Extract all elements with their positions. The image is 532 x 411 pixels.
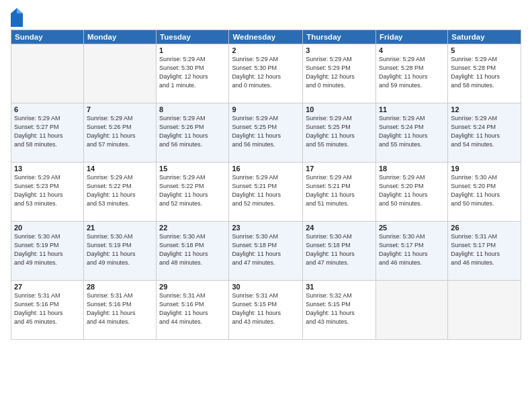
day-info: Sunrise: 5:31 AM Sunset: 5:15 PM Dayligh… bbox=[232, 291, 300, 326]
day-info: Sunrise: 5:30 AM Sunset: 5:18 PM Dayligh… bbox=[232, 232, 300, 267]
day-info: Sunrise: 5:29 AM Sunset: 5:26 PM Dayligh… bbox=[87, 114, 153, 149]
day-number: 13 bbox=[14, 165, 81, 173]
day-info: Sunrise: 5:29 AM Sunset: 5:22 PM Dayligh… bbox=[159, 173, 226, 208]
calendar-cell bbox=[83, 44, 156, 103]
calendar-cell: 25Sunrise: 5:30 AM Sunset: 5:17 PM Dayli… bbox=[375, 222, 447, 281]
calendar-cell bbox=[11, 44, 84, 103]
day-info: Sunrise: 5:29 AM Sunset: 5:27 PM Dayligh… bbox=[14, 114, 81, 149]
day-info: Sunrise: 5:29 AM Sunset: 5:21 PM Dayligh… bbox=[232, 173, 300, 208]
day-info: Sunrise: 5:30 AM Sunset: 5:18 PM Dayligh… bbox=[159, 232, 226, 267]
calendar-cell: 22Sunrise: 5:30 AM Sunset: 5:18 PM Dayli… bbox=[157, 222, 229, 281]
calendar-cell: 16Sunrise: 5:29 AM Sunset: 5:21 PM Dayli… bbox=[229, 163, 303, 222]
day-number: 8 bbox=[159, 105, 226, 113]
calendar-cell bbox=[448, 281, 521, 340]
day-number: 5 bbox=[451, 46, 518, 54]
calendar-cell: 17Sunrise: 5:29 AM Sunset: 5:21 PM Dayli… bbox=[303, 163, 376, 222]
logo-icon bbox=[11, 8, 23, 27]
calendar-cell: 30Sunrise: 5:31 AM Sunset: 5:15 PM Dayli… bbox=[229, 281, 303, 340]
day-number: 11 bbox=[379, 105, 445, 113]
day-info: Sunrise: 5:29 AM Sunset: 5:30 PM Dayligh… bbox=[159, 55, 226, 90]
calendar: SundayMondayTuesdayWednesdayThursdayFrid… bbox=[11, 30, 521, 340]
day-info: Sunrise: 5:30 AM Sunset: 5:19 PM Dayligh… bbox=[87, 232, 153, 267]
day-info: Sunrise: 5:29 AM Sunset: 5:25 PM Dayligh… bbox=[232, 114, 300, 149]
calendar-cell: 12Sunrise: 5:29 AM Sunset: 5:24 PM Dayli… bbox=[448, 103, 521, 163]
calendar-cell: 21Sunrise: 5:30 AM Sunset: 5:19 PM Dayli… bbox=[83, 222, 156, 281]
calendar-cell: 11Sunrise: 5:29 AM Sunset: 5:24 PM Dayli… bbox=[375, 103, 447, 163]
day-number: 14 bbox=[87, 165, 153, 173]
day-info: Sunrise: 5:29 AM Sunset: 5:25 PM Dayligh… bbox=[306, 114, 373, 149]
day-number: 20 bbox=[14, 224, 81, 232]
day-info: Sunrise: 5:29 AM Sunset: 5:21 PM Dayligh… bbox=[306, 173, 373, 208]
calendar-week-row: 27Sunrise: 5:31 AM Sunset: 5:16 PM Dayli… bbox=[11, 281, 521, 340]
day-info: Sunrise: 5:29 AM Sunset: 5:26 PM Dayligh… bbox=[159, 114, 226, 149]
day-number: 18 bbox=[379, 165, 445, 173]
day-info: Sunrise: 5:29 AM Sunset: 5:28 PM Dayligh… bbox=[451, 55, 518, 90]
day-number: 25 bbox=[379, 224, 445, 232]
day-number: 1 bbox=[159, 46, 226, 54]
calendar-cell: 19Sunrise: 5:30 AM Sunset: 5:20 PM Dayli… bbox=[448, 163, 521, 222]
weekday-header-row: SundayMondayTuesdayWednesdayThursdayFrid… bbox=[11, 30, 521, 44]
day-number: 16 bbox=[232, 165, 300, 173]
day-number: 22 bbox=[159, 224, 226, 232]
calendar-cell: 29Sunrise: 5:31 AM Sunset: 5:16 PM Dayli… bbox=[157, 281, 229, 340]
day-number: 21 bbox=[87, 224, 153, 232]
calendar-cell: 1Sunrise: 5:29 AM Sunset: 5:30 PM Daylig… bbox=[157, 44, 229, 103]
day-number: 12 bbox=[451, 105, 518, 113]
calendar-cell: 23Sunrise: 5:30 AM Sunset: 5:18 PM Dayli… bbox=[229, 222, 303, 281]
weekday-header: Sunday bbox=[11, 30, 84, 44]
day-info: Sunrise: 5:29 AM Sunset: 5:20 PM Dayligh… bbox=[379, 173, 445, 208]
calendar-week-row: 1Sunrise: 5:29 AM Sunset: 5:30 PM Daylig… bbox=[11, 44, 521, 103]
weekday-header: Monday bbox=[83, 30, 156, 44]
day-number: 17 bbox=[306, 165, 373, 173]
weekday-header: Tuesday bbox=[157, 30, 229, 44]
day-number: 27 bbox=[14, 283, 81, 291]
day-info: Sunrise: 5:30 AM Sunset: 5:19 PM Dayligh… bbox=[14, 232, 81, 267]
calendar-cell: 27Sunrise: 5:31 AM Sunset: 5:16 PM Dayli… bbox=[11, 281, 84, 340]
weekday-header: Saturday bbox=[448, 30, 521, 44]
day-number: 23 bbox=[232, 224, 300, 232]
day-info: Sunrise: 5:31 AM Sunset: 5:16 PM Dayligh… bbox=[14, 291, 81, 326]
day-number: 31 bbox=[306, 283, 373, 291]
day-info: Sunrise: 5:29 AM Sunset: 5:30 PM Dayligh… bbox=[232, 55, 300, 90]
calendar-week-row: 13Sunrise: 5:29 AM Sunset: 5:23 PM Dayli… bbox=[11, 163, 521, 222]
calendar-cell: 10Sunrise: 5:29 AM Sunset: 5:25 PM Dayli… bbox=[303, 103, 376, 163]
svg-marker-1 bbox=[17, 8, 23, 13]
calendar-cell: 18Sunrise: 5:29 AM Sunset: 5:20 PM Dayli… bbox=[375, 163, 447, 222]
day-number: 2 bbox=[232, 46, 300, 54]
calendar-week-row: 20Sunrise: 5:30 AM Sunset: 5:19 PM Dayli… bbox=[11, 222, 521, 281]
day-info: Sunrise: 5:30 AM Sunset: 5:20 PM Dayligh… bbox=[451, 173, 518, 208]
calendar-cell: 28Sunrise: 5:31 AM Sunset: 5:16 PM Dayli… bbox=[83, 281, 156, 340]
day-info: Sunrise: 5:29 AM Sunset: 5:29 PM Dayligh… bbox=[306, 55, 373, 90]
day-info: Sunrise: 5:31 AM Sunset: 5:16 PM Dayligh… bbox=[87, 291, 153, 326]
day-number: 19 bbox=[451, 165, 518, 173]
day-info: Sunrise: 5:29 AM Sunset: 5:23 PM Dayligh… bbox=[14, 173, 81, 208]
day-number: 28 bbox=[87, 283, 153, 291]
day-info: Sunrise: 5:30 AM Sunset: 5:18 PM Dayligh… bbox=[306, 232, 373, 267]
calendar-cell: 7Sunrise: 5:29 AM Sunset: 5:26 PM Daylig… bbox=[83, 103, 156, 163]
calendar-cell: 4Sunrise: 5:29 AM Sunset: 5:28 PM Daylig… bbox=[375, 44, 447, 103]
calendar-cell: 6Sunrise: 5:29 AM Sunset: 5:27 PM Daylig… bbox=[11, 103, 84, 163]
day-number: 10 bbox=[306, 105, 373, 113]
calendar-cell: 31Sunrise: 5:32 AM Sunset: 5:15 PM Dayli… bbox=[303, 281, 376, 340]
calendar-cell: 15Sunrise: 5:29 AM Sunset: 5:22 PM Dayli… bbox=[157, 163, 229, 222]
day-number: 7 bbox=[87, 105, 153, 113]
day-number: 24 bbox=[306, 224, 373, 232]
day-info: Sunrise: 5:29 AM Sunset: 5:24 PM Dayligh… bbox=[451, 114, 518, 149]
calendar-cell: 3Sunrise: 5:29 AM Sunset: 5:29 PM Daylig… bbox=[303, 44, 376, 103]
calendar-cell: 13Sunrise: 5:29 AM Sunset: 5:23 PM Dayli… bbox=[11, 163, 84, 222]
calendar-cell: 8Sunrise: 5:29 AM Sunset: 5:26 PM Daylig… bbox=[157, 103, 229, 163]
day-number: 29 bbox=[159, 283, 226, 291]
calendar-cell: 24Sunrise: 5:30 AM Sunset: 5:18 PM Dayli… bbox=[303, 222, 376, 281]
day-number: 3 bbox=[306, 46, 373, 54]
day-number: 15 bbox=[159, 165, 226, 173]
day-info: Sunrise: 5:29 AM Sunset: 5:28 PM Dayligh… bbox=[379, 55, 445, 90]
day-number: 26 bbox=[451, 224, 518, 232]
day-info: Sunrise: 5:29 AM Sunset: 5:24 PM Dayligh… bbox=[379, 114, 445, 149]
day-info: Sunrise: 5:32 AM Sunset: 5:15 PM Dayligh… bbox=[306, 291, 373, 326]
calendar-cell: 26Sunrise: 5:31 AM Sunset: 5:17 PM Dayli… bbox=[448, 222, 521, 281]
weekday-header: Wednesday bbox=[229, 30, 303, 44]
header bbox=[11, 8, 521, 27]
page: SundayMondayTuesdayWednesdayThursdayFrid… bbox=[0, 0, 532, 411]
calendar-cell: 20Sunrise: 5:30 AM Sunset: 5:19 PM Dayli… bbox=[11, 222, 84, 281]
day-info: Sunrise: 5:29 AM Sunset: 5:22 PM Dayligh… bbox=[87, 173, 153, 208]
